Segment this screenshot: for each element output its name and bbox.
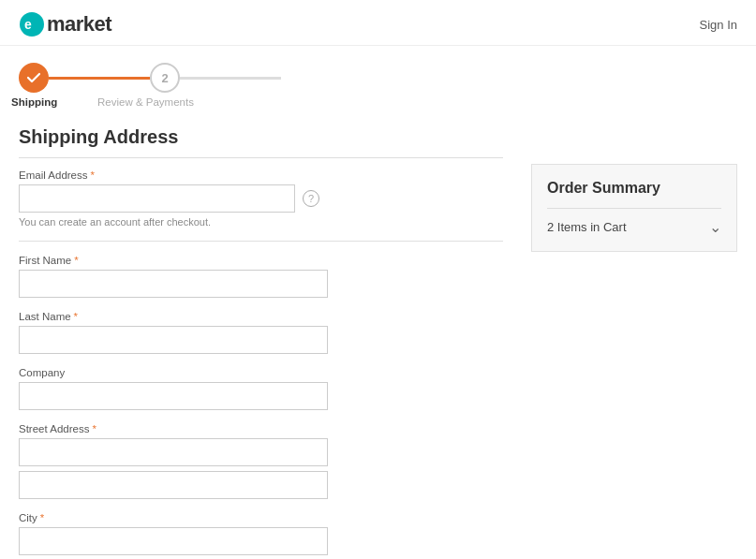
divider-1: [19, 241, 503, 242]
svg-point-0: [20, 12, 44, 37]
city-label: City *: [19, 512, 503, 523]
logo-text: market: [47, 12, 111, 37]
street-label: Street Address *: [19, 423, 503, 434]
cart-items-label: 2 Items in Cart: [547, 220, 627, 234]
step1-label: Shipping: [11, 96, 41, 108]
last-name-required-marker: *: [74, 311, 78, 322]
email-field-group: Email Address * ? You can create an acco…: [19, 169, 503, 228]
last-name-input[interactable]: [19, 326, 328, 354]
email-label: Email Address *: [19, 169, 503, 181]
chevron-down-icon: ⌄: [709, 218, 721, 236]
first-name-input[interactable]: [19, 270, 328, 298]
progress-section: 2 Shipping Review & Payments: [0, 46, 525, 108]
logo-icon: e: [19, 11, 45, 37]
checkmark-icon: [26, 70, 41, 85]
company-input[interactable]: [19, 382, 328, 410]
order-summary: Order Summary 2 Items in Cart ⌄: [531, 164, 737, 252]
city-input[interactable]: [19, 527, 328, 555]
email-label-text: Email Address: [19, 169, 88, 181]
company-field-group: Company: [19, 367, 503, 410]
step2-label: Review & Payments: [97, 96, 194, 108]
header: e market Sign In: [0, 0, 756, 46]
account-hint: You can create an account after checkout…: [19, 216, 503, 228]
email-input-row: ?: [19, 184, 323, 213]
email-input[interactable]: [19, 184, 295, 213]
first-name-required-marker: *: [74, 255, 78, 266]
street-address-field-group: Street Address *: [19, 423, 503, 499]
section-title: Shipping Address: [19, 126, 503, 158]
street-address-line2-input[interactable]: [19, 471, 328, 499]
last-name-field-group: Last Name *: [19, 311, 503, 354]
progress-line-filled: [49, 77, 150, 80]
street-required-marker: *: [92, 423, 96, 434]
help-icon[interactable]: ?: [303, 190, 319, 207]
logo: e market: [19, 11, 111, 37]
step2-number: 2: [161, 71, 168, 85]
city-field-group: City *: [19, 512, 503, 555]
step2-circle: 2: [150, 63, 180, 93]
steps-labels: Shipping Review & Payments: [19, 96, 281, 108]
order-summary-title: Order Summary: [547, 180, 721, 197]
first-name-field-group: First Name *: [19, 255, 503, 298]
street-label-text: Street Address: [19, 423, 89, 434]
sign-in-link[interactable]: Sign In: [700, 18, 737, 32]
svg-text:e: e: [24, 17, 32, 32]
step1-circle: [19, 63, 49, 93]
city-label-text: City: [19, 512, 37, 523]
last-name-label-text: Last Name: [19, 311, 71, 322]
last-name-label: Last Name *: [19, 311, 503, 322]
first-name-label: First Name *: [19, 255, 503, 266]
email-required-marker: *: [91, 169, 95, 181]
cart-dropdown[interactable]: 2 Items in Cart ⌄: [547, 208, 721, 236]
main-layout: Shipping Address Email Address * ? You c…: [0, 108, 756, 559]
first-name-label-text: First Name: [19, 255, 71, 266]
progress-line-empty: [180, 77, 281, 80]
form-section: Shipping Address Email Address * ? You c…: [19, 126, 503, 559]
city-required-marker: *: [40, 512, 44, 523]
steps-bar: 2: [19, 63, 281, 93]
company-label: Company: [19, 367, 503, 378]
company-label-text: Company: [19, 367, 65, 378]
street-address-line1-input[interactable]: [19, 438, 328, 466]
